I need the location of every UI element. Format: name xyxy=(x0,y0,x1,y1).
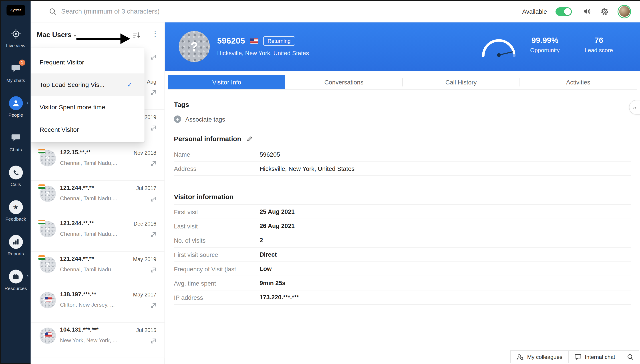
internal-chat-button[interactable]: Internal chat xyxy=(568,351,621,363)
sort-menu-item-label: Frequent Visitor xyxy=(40,58,84,66)
sidebar-item-live-view[interactable]: Live view xyxy=(1,24,31,58)
sidebar-label: My chats xyxy=(6,78,25,83)
sidebar-label: Live view xyxy=(6,43,25,48)
sort-menu-item[interactable]: Recent Visitor xyxy=(31,118,145,141)
toggle-knob xyxy=(564,8,571,15)
open-visitor-icon[interactable] xyxy=(150,337,157,346)
sort-menu-item-label: Recent Visitor xyxy=(40,126,79,133)
info-row: Last visit 26 Aug 2021 xyxy=(174,219,631,233)
personal-info-table: Name 596205 Address Hicksville, New York… xyxy=(174,147,631,176)
info-label: Avg. time spent xyxy=(174,280,260,286)
more-options-icon[interactable]: ⋮ xyxy=(150,30,161,37)
my-colleagues-label: My colleagues xyxy=(527,354,562,360)
availability-toggle[interactable] xyxy=(555,7,572,16)
visitor-profile-avatar: ? xyxy=(179,31,210,62)
open-visitor-icon[interactable] xyxy=(150,160,157,169)
chevron-right-icon: › xyxy=(27,100,29,106)
lead-score-label: Lead score xyxy=(576,47,621,53)
sidebar-label: Chats xyxy=(10,147,22,152)
sidebar-item-my-chats[interactable]: 1 My chats xyxy=(1,58,31,93)
collapse-panel-button[interactable]: « xyxy=(629,100,640,115)
sort-icon[interactable] xyxy=(133,31,141,40)
visitor-list-item[interactable]: ? 104.131.***.*** Jul 2015 New York, New… xyxy=(31,323,165,358)
visitor-date: Aug xyxy=(147,79,156,85)
edit-pencil-icon[interactable] xyxy=(246,135,253,142)
sidebar-item-people[interactable]: People › xyxy=(1,93,31,128)
app-window: Zylker Live view 1 My chats People xyxy=(0,0,640,364)
avatar-question-glyph: ? xyxy=(46,261,50,268)
sort-menu-item[interactable]: Visitor Spent more time xyxy=(31,96,145,118)
sidebar-item-chats[interactable]: Chats xyxy=(1,128,31,162)
sidebar-item-resources[interactable]: Resources › xyxy=(1,266,31,301)
open-visitor-icon[interactable] xyxy=(150,302,157,311)
sort-menu-item[interactable]: Top Lead Scoring Vis... ✓ xyxy=(31,73,145,96)
visitor-date: May 2019 xyxy=(133,256,156,262)
sort-menu-item[interactable]: Frequent Visitor xyxy=(31,51,145,73)
bottom-bar: My colleagues Internal chat xyxy=(510,350,639,363)
returning-badge: Returning xyxy=(263,36,295,46)
avatar-question-glyph: ? xyxy=(46,155,50,162)
open-visitor-icon[interactable] xyxy=(150,53,157,62)
open-visitor-icon[interactable] xyxy=(150,89,157,98)
us-flag-icon xyxy=(250,38,258,44)
info-label: IP address xyxy=(174,294,260,301)
lead-score-value: 76 xyxy=(576,36,621,45)
user-avatar-photo xyxy=(619,6,630,17)
search-input[interactable]: Search (minimum of 3 characters) xyxy=(49,8,522,15)
detail-tabs: Visitor Info Conversations Call History … xyxy=(168,75,637,90)
sidebar-item-feedback[interactable]: ★ Feedback xyxy=(1,197,31,232)
visitor-list-item[interactable]: ? 121.244.**.** May 2019 Chennai, Tamil … xyxy=(31,252,165,287)
country-flag-icon xyxy=(39,255,45,260)
tab-activities[interactable]: Activities xyxy=(520,75,637,89)
sidebar-item-reports[interactable]: Reports xyxy=(1,232,31,266)
info-label: Last visit xyxy=(174,222,260,229)
info-value: Low xyxy=(260,266,272,272)
associate-tags-button[interactable]: + Associate tags xyxy=(174,115,225,123)
visitor-list-item[interactable]: ? 122.15.**.** Nov 2018 Chennai, Tamil N… xyxy=(31,145,165,181)
my-colleagues-button[interactable]: My colleagues xyxy=(510,351,568,363)
gear-icon[interactable] xyxy=(600,7,609,16)
visitor-list-item[interactable]: ? 121.244.**.** Jul 2017 Chennai, Tamil … xyxy=(31,181,165,216)
info-label: Address xyxy=(174,165,260,172)
footer-search-button[interactable] xyxy=(621,351,639,363)
visitor-location: Clifton, New Jersey, ... xyxy=(60,302,115,308)
list-filter-dropdown[interactable]: Mac Users ▾ xyxy=(37,31,76,39)
user-avatar[interactable] xyxy=(617,5,631,18)
info-row: Avg. time spent 9min 25s xyxy=(174,276,631,290)
info-value: 26 Aug 2021 xyxy=(260,223,295,229)
open-visitor-icon[interactable] xyxy=(150,124,157,133)
info-value: Direct xyxy=(260,251,277,258)
sort-dropdown-menu: Frequent Visitor Top Lead Scoring Vis...… xyxy=(31,48,145,142)
feedback-icon: ★ xyxy=(9,200,23,214)
country-flag-icon xyxy=(45,332,52,337)
open-visitor-icon[interactable] xyxy=(150,195,157,204)
info-row: No. of visits 2 xyxy=(174,233,631,248)
visitor-list-item[interactable]: ? 121.244.**.** Dec 2016 Chennai, Tamil … xyxy=(31,216,165,252)
info-row: First visit 25 Aug 2021 xyxy=(174,205,631,219)
info-label: No. of visits xyxy=(174,237,260,244)
unread-badge: 1 xyxy=(19,60,25,66)
internal-chat-icon xyxy=(574,354,581,360)
tab-conversations[interactable]: Conversations xyxy=(285,75,402,89)
sound-icon[interactable] xyxy=(583,8,592,15)
sort-menu-item-label: Visitor Spent more time xyxy=(40,103,105,111)
my-chats-icon: 1 xyxy=(9,62,23,75)
visitor-list-item[interactable]: ? 138.197.***.** May 2017 Clifton, New J… xyxy=(31,287,165,323)
tab-visitor-info[interactable]: Visitor Info xyxy=(168,75,285,89)
visitor-date: Jul 2017 xyxy=(136,185,156,191)
plus-icon: + xyxy=(174,115,181,123)
tab-call-history[interactable]: Call History xyxy=(402,75,520,89)
open-visitor-icon[interactable] xyxy=(150,266,157,275)
tags-section-title: Tags xyxy=(174,101,189,108)
open-visitor-icon[interactable] xyxy=(150,231,157,240)
visitor-location-text: Hicksville, New York, United States xyxy=(217,50,309,56)
sidebar-item-calls[interactable]: Calls xyxy=(1,162,31,197)
visitor-location: Chennai, Tamil Nadu,... xyxy=(60,231,117,237)
country-flag-icon xyxy=(39,149,45,153)
visitor-avatar: ? xyxy=(40,221,56,237)
info-label: First visit source xyxy=(174,251,260,258)
list-title: Mac Users xyxy=(37,31,71,39)
visitor-avatar: ? xyxy=(40,292,56,308)
avatar-question-glyph: ? xyxy=(46,190,50,197)
sidebar-label: Reports xyxy=(8,251,24,256)
